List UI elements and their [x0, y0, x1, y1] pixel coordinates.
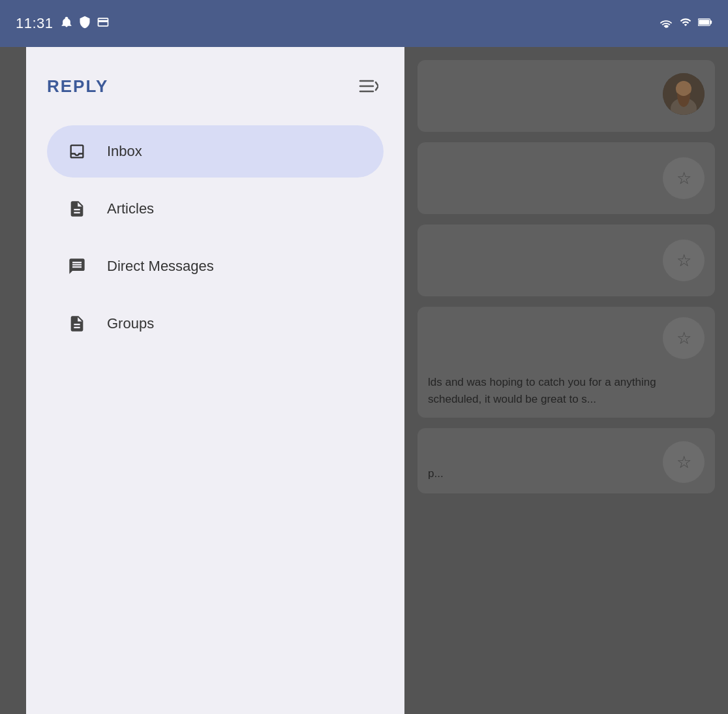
notification-icon — [60, 16, 73, 31]
inbox-icon — [65, 140, 89, 163]
sidebar-item-direct-messages[interactable]: Direct Messages — [47, 240, 384, 292]
drawer-header: REPLY — [47, 73, 384, 99]
status-time: 11:31 — [16, 15, 53, 32]
status-icons — [60, 16, 110, 31]
close-drawer-button[interactable] — [354, 73, 384, 99]
svg-rect-2 — [710, 20, 712, 23]
status-bar-left: 11:31 — [16, 15, 110, 32]
groups-label: Groups — [107, 315, 154, 332]
navigation-drawer: REPLY Inbox — [26, 47, 404, 714]
inbox-label: Inbox — [107, 143, 142, 160]
sidebar-item-articles[interactable]: Articles — [47, 183, 384, 235]
battery-icon — [698, 18, 712, 29]
status-bar-right — [659, 16, 712, 31]
shield-icon — [78, 16, 91, 31]
status-bar: 11:31 — [0, 0, 728, 47]
signal-icon — [680, 16, 691, 31]
groups-icon — [65, 312, 89, 335]
svg-point-0 — [665, 26, 667, 28]
sidebar-item-inbox[interactable]: Inbox — [47, 125, 384, 178]
articles-label: Articles — [107, 200, 154, 217]
articles-icon — [65, 197, 89, 221]
card-icon — [97, 16, 110, 31]
nav-list: Inbox Articles Direct Messages — [47, 125, 384, 350]
main-area: ☆ ☆ ☆ lds and was hoping to catch you fo… — [0, 47, 728, 714]
direct-messages-icon — [65, 255, 89, 278]
svg-rect-3 — [699, 20, 709, 25]
sidebar-item-groups[interactable]: Groups — [47, 298, 384, 350]
direct-messages-label: Direct Messages — [107, 258, 214, 275]
app-title: REPLY — [47, 76, 108, 97]
wifi-icon — [659, 16, 673, 31]
